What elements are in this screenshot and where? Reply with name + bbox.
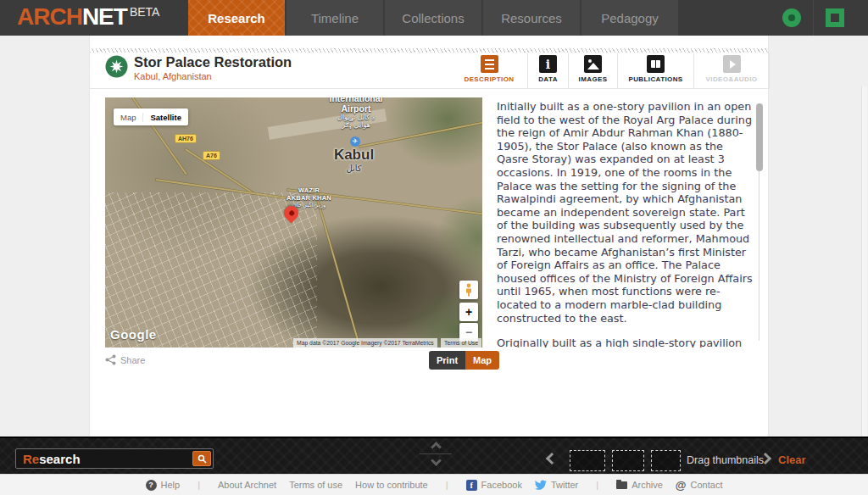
pegman-icon [465, 283, 473, 297]
nav-label: Pedagogy [601, 11, 659, 25]
twitter-link[interactable]: Twitter [535, 480, 578, 490]
map-attribution: Map data ©2017 Google Imagery ©2017 Terr… [293, 338, 437, 348]
beta-badge: BETA [130, 5, 160, 19]
description-paragraph: Originally built as a high single-story … [497, 336, 754, 348]
airport-plane-icon: ✈ [350, 136, 360, 147]
tab-description[interactable]: DESCRIPTION [451, 53, 527, 89]
tab-label: PUBLICATIONS [628, 75, 682, 83]
logo-text-arch: ARCH [17, 3, 82, 30]
hatched-divider [90, 48, 768, 53]
nav-tab-resources[interactable]: Resources [483, 0, 580, 36]
search-icon [198, 454, 207, 464]
info-icon: i [539, 55, 557, 73]
map-button[interactable]: Map [465, 351, 499, 370]
nav-tab-timeline[interactable]: Timeline [287, 0, 383, 36]
help-icon: ? [146, 480, 157, 491]
clear-button[interactable]: Clear [778, 453, 806, 466]
header-icons [771, 0, 856, 36]
nav-tab-pedagogy[interactable]: Pedagogy [581, 0, 678, 36]
media-tabs: DESCRIPTION i DATA IMAGES PUBLICATIONS [451, 53, 770, 89]
archive-link[interactable]: Archive [616, 480, 663, 490]
tab-label: DATA [538, 75, 558, 83]
thumbnail-drop-slot[interactable] [651, 450, 681, 471]
record-header: Stor Palace Restoration Kabul, Afghanist… [90, 54, 768, 89]
scrollbar-thumb[interactable] [756, 103, 763, 171]
search-placeholder: Research [23, 452, 192, 466]
how-to-contribute-link[interactable]: How to contribute [355, 480, 428, 490]
contact-link[interactable]: @ Contact [676, 479, 723, 492]
about-archnet-link[interactable]: About Archnet [218, 480, 276, 490]
tab-label: IMAGES [579, 75, 608, 83]
record-location: Kabul, Afghanistan [134, 71, 292, 81]
map-type-control: Map Satellite [114, 108, 188, 125]
chevron-up-icon [431, 442, 442, 453]
description-icon [481, 55, 498, 73]
nav-tab-research[interactable]: Research [188, 0, 285, 36]
tab-label: DESCRIPTION [464, 75, 514, 83]
nav-label: Resources [501, 11, 562, 25]
footer-separator: | [198, 480, 200, 490]
share-button[interactable]: Share [105, 354, 145, 365]
chevron-down-icon [431, 455, 442, 466]
record-panel: Stor Palace Restoration Kabul, Afghanist… [89, 36, 769, 437]
images-icon [584, 55, 602, 73]
footer: ? Help | About Archnet Terms of use How … [0, 474, 868, 495]
archive-folder-icon [616, 481, 627, 489]
ornament-menu-button[interactable] [813, 0, 856, 36]
map-view-button[interactable]: Map [114, 113, 142, 122]
at-icon: @ [676, 479, 687, 492]
bottom-toolbar: Research Drag thumbnails Clear [0, 437, 868, 474]
nav-tab-collections[interactable]: Collections [385, 0, 481, 36]
thumbnails-prev-button[interactable] [546, 453, 558, 464]
search-button[interactable] [192, 451, 211, 466]
nav-label: Research [208, 11, 265, 25]
road-shield-a76: A76 [203, 151, 220, 160]
archnet-logo[interactable]: ARCHNETBETA [17, 3, 157, 31]
print-button[interactable]: Print [429, 351, 465, 370]
description-paragraph: Initially built as a one-story pavilion … [497, 100, 754, 325]
zoom-in-button[interactable]: + [459, 303, 478, 321]
tab-images[interactable]: IMAGES [568, 53, 617, 89]
twitter-icon [535, 480, 547, 490]
tab-publications[interactable]: PUBLICATIONS [617, 53, 693, 89]
map-canvas[interactable]: AH76 A76 Hamid Karzai International Airp… [105, 97, 482, 348]
terms-of-use-link[interactable]: Terms of use [289, 480, 342, 490]
drag-thumbnails-label: Drag thumbnails [687, 454, 764, 466]
publications-icon [647, 55, 665, 73]
site-rosette-icon [105, 55, 128, 78]
content-area: Stor Palace Restoration Kabul, Afghanist… [0, 36, 868, 437]
facebook-link[interactable]: f Facebook [466, 480, 522, 491]
terms-of-use-link[interactable]: Terms of Use [441, 338, 481, 348]
share-icon [105, 354, 116, 365]
footer-separator: | [596, 480, 598, 490]
road-shield-ah76: AH76 [175, 134, 197, 143]
thumbnail-drop-slot[interactable] [612, 450, 644, 471]
footer-separator: | [446, 480, 448, 490]
window-scrollbar[interactable] [861, 86, 867, 468]
main-nav: Research Timeline Collections Resources … [188, 0, 678, 36]
tab-label: VIDEO&AUDIO [706, 75, 758, 83]
search-input[interactable]: Research [15, 448, 214, 469]
rosette-icon [782, 8, 801, 27]
nav-label: Collections [402, 11, 464, 25]
tab-data[interactable]: i DATA [527, 53, 568, 89]
archnet-window: ARCHNETBETA Research Timeline Collection… [0, 0, 868, 495]
panel-collapse-control[interactable] [417, 443, 454, 464]
record-title-block: Stor Palace Restoration Kabul, Afghanist… [105, 54, 292, 81]
nav-label: Timeline [311, 11, 359, 25]
tab-video-audio: VIDEO&AUDIO [693, 53, 770, 89]
satellite-view-button[interactable]: Satellite [142, 113, 187, 122]
thumbnail-drop-slot[interactable] [570, 450, 605, 471]
logo-text-net: NET [82, 3, 127, 30]
ornament-icon [826, 8, 844, 27]
help-link[interactable]: ? Help [146, 480, 181, 491]
rosette-menu-button[interactable] [771, 0, 813, 36]
description-text[interactable]: Initially built as a one-story pavilion … [497, 100, 754, 348]
page-title: Stor Palace Restoration [134, 54, 292, 70]
city-label: Kabul كابل [314, 147, 394, 173]
airport-label: Hamid Karzai International Airport د کاب… [297, 97, 415, 130]
google-logo[interactable]: Google [110, 327, 157, 342]
top-navigation-bar: ARCHNETBETA Research Timeline Collection… [0, 0, 868, 36]
district-label: WAZIR AKBAR KHAN وزير اکبر خان [273, 187, 345, 209]
street-view-pegman[interactable] [459, 281, 478, 299]
